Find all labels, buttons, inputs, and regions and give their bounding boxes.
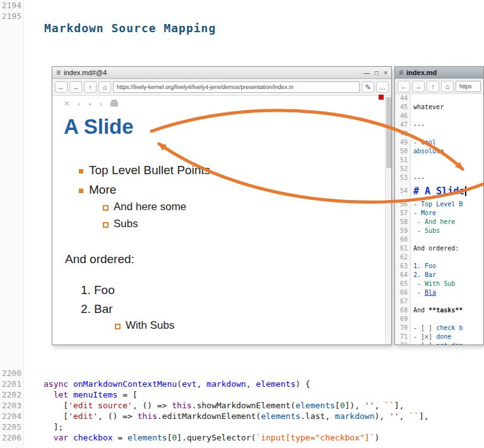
hamburger-menu-icon[interactable]: ≡ <box>56 69 61 76</box>
line-content[interactable]: let menuItems = [ <box>24 390 138 401</box>
editor-line[interactable]: 50absolute <box>395 147 483 156</box>
hamburger-menu-icon[interactable]: ≡ <box>399 69 403 76</box>
line-content[interactable]: - [ ] not don <box>411 341 463 345</box>
edit-pencil-button[interactable]: ✎ <box>362 81 374 93</box>
maximize-button[interactable]: □ <box>375 69 379 76</box>
editor-line[interactable]: 45whatever <box>395 103 483 112</box>
url-input[interactable]: https://lively-kernel.org/lively4/lively… <box>113 81 360 93</box>
editor-line[interactable]: 2203 ['edit source', () => this.showMark… <box>0 401 484 411</box>
editor-line[interactable]: 2202 let menuItems = [ <box>0 390 484 401</box>
minimize-button[interactable]: — <box>363 69 370 76</box>
url-input[interactable]: https <box>456 81 481 92</box>
more-options-button[interactable]: … <box>376 81 389 93</box>
close-button[interactable]: × <box>384 69 387 76</box>
editor-line[interactable]: 46 <box>395 112 483 121</box>
up-button[interactable]: ↑ <box>427 81 439 92</box>
line-content[interactable]: 2. Bar <box>411 271 436 280</box>
editor-line[interactable]: 59 - Subs <box>395 227 483 235</box>
editor-line[interactable]: 49- cool <box>395 138 483 147</box>
line-content[interactable]: - [x] done <box>411 333 451 341</box>
editor-line[interactable]: 2194 <box>0 1 484 11</box>
line-content[interactable]: --- <box>411 121 425 129</box>
editor-line[interactable]: 69 <box>395 315 483 324</box>
line-content[interactable]: async onMarkdownContextMenu(evt, markdow… <box>24 379 310 390</box>
editor-line[interactable]: 56- Top Level B <box>395 200 483 209</box>
editor-line[interactable]: 48 <box>395 129 483 138</box>
line-content[interactable] <box>411 112 413 121</box>
editor-line[interactable]: 2205 ]; <box>0 422 484 433</box>
line-content[interactable]: - Subs <box>411 227 440 235</box>
line-content[interactable]: 1. Foo <box>411 262 436 271</box>
line-content[interactable]: absolute <box>411 147 444 156</box>
line-content[interactable] <box>411 297 413 306</box>
line-content[interactable]: - Bla <box>411 288 436 297</box>
line-content[interactable]: --- <box>411 174 425 182</box>
line-content[interactable]: And **tasks** <box>411 306 463 315</box>
editor-line-header[interactable]: 54# A Slide <box>395 182 483 200</box>
scrollbar[interactable] <box>385 96 391 345</box>
editor-line[interactable]: 68And **tasks** <box>395 306 483 315</box>
editor-line[interactable]: 47--- <box>395 121 483 129</box>
line-content[interactable]: - With Sub <box>411 280 455 288</box>
line-content[interactable]: ]; <box>24 422 63 433</box>
editor-line[interactable]: 53--- <box>395 174 483 182</box>
slide-dot-icon[interactable]: ● <box>89 102 91 106</box>
up-button[interactable]: ↑ <box>84 81 97 93</box>
line-content[interactable]: whatever <box>411 103 444 112</box>
editor-line[interactable]: 57- More <box>395 209 483 218</box>
line-content[interactable] <box>411 129 413 138</box>
line-content[interactable]: - More <box>411 209 436 218</box>
home-button[interactable]: ⌂ <box>98 81 111 93</box>
editor-line[interactable]: 70- [ ] check b <box>395 324 483 333</box>
editor-line[interactable]: 66 - Bla <box>395 288 483 297</box>
editor-line[interactable]: 65 - With Sub <box>395 280 483 288</box>
editor-line[interactable]: 60 <box>395 235 483 244</box>
line-content[interactable] <box>411 156 413 165</box>
line-content[interactable]: - And here <box>411 218 455 227</box>
line-content[interactable]: - cool <box>411 138 436 147</box>
editor-line[interactable]: 2204 ['edit', () => this.editMarkdownEle… <box>0 411 484 422</box>
editor-line[interactable]: 2195 <box>0 11 484 22</box>
back-button[interactable]: ← <box>398 81 410 92</box>
forward-button[interactable]: → <box>412 81 425 92</box>
editor-line[interactable]: 61And ordered: <box>395 244 483 253</box>
line-content[interactable]: ['edit', () => this.editMarkdownElement(… <box>24 411 429 422</box>
line-content[interactable]: # A Slide <box>411 182 466 200</box>
window-titlebar[interactable]: ≡ index.md#@4 — □ × <box>52 67 391 79</box>
line-content[interactable]: ['edit source', () => this.showMarkdownE… <box>24 401 404 411</box>
editor-line[interactable]: 67 <box>395 297 483 306</box>
print-icon[interactable] <box>110 102 118 107</box>
prev-slide-icon[interactable]: ‹ <box>78 99 80 109</box>
line-content[interactable]: - Top Level B <box>411 200 463 209</box>
editor-line[interactable]: 631. Foo <box>395 262 483 271</box>
source-editor[interactable]: 4445whatever4647---4849- cool50absolute5… <box>395 94 483 345</box>
editor-line[interactable]: 642. Bar <box>395 271 483 280</box>
editor-line[interactable]: 2201async onMarkdownContextMenu(evt, mar… <box>0 379 484 390</box>
editor-line[interactable]: 58 - And here <box>395 218 483 227</box>
line-content[interactable]: - [ ] check b <box>411 324 463 333</box>
line-content[interactable]: And ordered: <box>411 244 459 253</box>
line-content[interactable] <box>411 165 413 174</box>
editor-line[interactable]: 2200 <box>0 368 484 379</box>
code-editor[interactable]: 22002201async onMarkdownContextMenu(evt,… <box>0 368 484 444</box>
forward-button[interactable]: → <box>69 81 82 93</box>
line-content[interactable] <box>411 94 413 103</box>
editor-line[interactable]: 62 <box>395 253 483 262</box>
line-content[interactable] <box>411 253 413 262</box>
home-button[interactable]: ⌂ <box>441 81 454 92</box>
scrollbar-thumb[interactable] <box>386 97 391 168</box>
line-content[interactable] <box>411 315 413 324</box>
line-content[interactable] <box>24 1 44 11</box>
back-button[interactable]: ← <box>55 81 68 93</box>
line-content[interactable] <box>411 235 413 244</box>
close-icon[interactable]: ✕ <box>64 100 69 108</box>
next-slide-icon[interactable]: › <box>100 99 102 109</box>
line-content[interactable]: var checkbox = elements[0].querySelector… <box>24 433 379 444</box>
editor-line[interactable]: 72- [ ] not don <box>395 341 483 345</box>
editor-line[interactable]: 71- [x] done <box>395 333 483 341</box>
window-titlebar[interactable]: ≡ index.md <box>395 67 483 79</box>
editor-line[interactable]: 51 <box>395 156 483 165</box>
editor-line[interactable]: 52 <box>395 165 483 174</box>
line-content[interactable] <box>24 11 44 22</box>
line-content[interactable] <box>24 368 44 379</box>
